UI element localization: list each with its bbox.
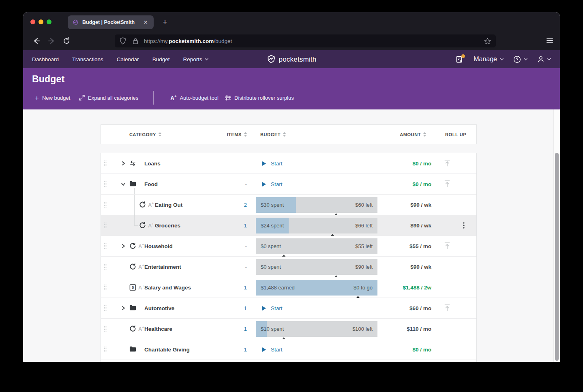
drag-handle-icon[interactable] [104, 305, 107, 311]
forward-arrow-icon[interactable] [47, 37, 56, 45]
nav-menu: Dashboard Transactions Calendar Budget R… [23, 56, 208, 62]
menu-hamburger-icon[interactable] [546, 37, 553, 44]
budget-left-label: $60 left [355, 197, 373, 213]
column-header-budget[interactable]: BUDGET [260, 125, 286, 144]
reload-icon[interactable] [62, 37, 71, 45]
new-tab-button[interactable]: + [160, 18, 170, 28]
drag-handle-icon[interactable] [104, 161, 107, 167]
help-menu[interactable] [513, 56, 527, 63]
budget-left-label: $90 left [355, 259, 373, 275]
kebab-menu-icon[interactable] [463, 222, 469, 229]
browser-tab[interactable]: Budget | PocketSmith ✕ [68, 15, 154, 29]
table-row[interactable]: $ Loans - Start $0 / mo [101, 153, 476, 174]
drag-handle-icon[interactable] [104, 223, 107, 229]
drag-handle-icon[interactable] [104, 285, 107, 291]
expand-chevron-icon[interactable] [121, 161, 126, 166]
budget-progress-bar[interactable]: $0 spent $55 left [256, 238, 377, 254]
budget-start-link[interactable]: Start [262, 347, 283, 353]
rollup-icon[interactable] [444, 304, 451, 312]
table-row[interactable]: $ A+ Entertainment - $0 spent $90 left $… [101, 257, 476, 277]
table-row[interactable]: $ Charitable Giving 1 Start $0 / mo [101, 339, 476, 360]
table-row[interactable]: $ A+ Salary and Wages 1 $1,488 earned $0… [101, 277, 476, 298]
category-name[interactable]: Automotive [144, 305, 174, 311]
category-name[interactable]: Loans [144, 161, 161, 167]
column-header-amount[interactable]: AMOUNT [381, 125, 426, 144]
table-row[interactable]: $ Food - Start $0 / mo [101, 174, 476, 195]
category-name[interactable]: Charitable Giving [144, 347, 190, 353]
budget-start-link[interactable]: Start [262, 305, 283, 311]
auto-budget-tool-button[interactable]: A+Auto-budget tool [170, 93, 219, 102]
table-row[interactable]: $ A+ Household - $0 spent $55 left $55 /… [101, 236, 476, 257]
category-name[interactable]: Healthcare [144, 326, 172, 332]
folder-icon [129, 181, 136, 187]
nav-item-reports[interactable]: Reports [183, 56, 208, 62]
sort-icon[interactable] [159, 132, 161, 137]
nav-item-budget[interactable]: Budget [152, 56, 170, 62]
bookmark-star-icon[interactable] [484, 38, 491, 45]
items-count: - [223, 243, 247, 249]
budget-progress-bar[interactable]: $24 spent $66 left [256, 218, 377, 233]
back-arrow-icon[interactable] [32, 37, 41, 45]
drag-handle-icon[interactable] [104, 181, 107, 187]
nav-item-dashboard[interactable]: Dashboard [32, 56, 59, 62]
category-name[interactable]: Household [144, 243, 173, 249]
items-count: 1 [223, 223, 247, 229]
budget-progress-bar[interactable]: $1,488 earned $0 to go [256, 280, 377, 296]
window-minimize-button[interactable] [39, 19, 43, 24]
drag-handle-icon[interactable] [104, 326, 107, 332]
category-name[interactable]: Salary and Wages [144, 285, 191, 291]
drag-handle-icon[interactable] [104, 264, 107, 270]
budget-progress-bar[interactable]: $0 spent $90 left [256, 259, 377, 275]
budget-spent-label: $1,488 earned [261, 280, 295, 296]
expand-all-categories-button[interactable]: Expand all categories [79, 93, 138, 102]
column-header-category[interactable]: CATEGORY [129, 125, 161, 144]
budget-progress-bar[interactable]: $30 spent $60 left [256, 197, 377, 213]
url-text[interactable]: https://my.pocketsmith.com/budget [144, 38, 484, 44]
tab-close-icon[interactable]: ✕ [141, 19, 150, 26]
user-menu[interactable] [537, 56, 551, 63]
sort-icon[interactable] [283, 132, 286, 137]
window-zoom-button[interactable] [47, 19, 51, 24]
table-row[interactable]: $ Automotive 1 Start $60 / mo [101, 298, 476, 319]
table-row[interactable]: $ A+ Eating Out 2 $30 spent $60 left $90… [101, 195, 476, 215]
nav-item-calendar[interactable]: Calendar [117, 56, 139, 62]
lock-icon[interactable] [133, 38, 138, 44]
nav-right-cluster: Manage [456, 56, 551, 63]
table-row[interactable]: $ A+ Groceries 1 $24 spent $66 left $90 … [101, 215, 476, 236]
budget-start-link[interactable]: Start [262, 181, 283, 187]
rollup-icon[interactable] [444, 242, 451, 250]
category-icon: $ [139, 201, 146, 208]
scrollbar-thumb[interactable] [555, 153, 559, 361]
table-row[interactable]: $ A+ Healthcare 1 $10 spent $100 left $1… [101, 319, 476, 339]
page-scrollbar[interactable] [553, 109, 560, 362]
expand-chevron-icon[interactable] [121, 244, 126, 248]
pocketsmith-logo[interactable]: pocketsmith [267, 55, 317, 64]
manage-menu[interactable]: Manage [474, 56, 504, 63]
budget-progress-bar[interactable]: $10 spent $100 left [256, 321, 377, 337]
window-close-button[interactable] [30, 19, 35, 24]
new-budget-button[interactable]: +New budget [35, 93, 70, 102]
category-name[interactable]: Eating Out [155, 202, 182, 208]
category-icon: $ [129, 326, 136, 332]
rollup-icon[interactable] [444, 180, 451, 188]
drag-handle-icon[interactable] [104, 243, 107, 249]
drag-handle-icon[interactable] [104, 202, 107, 208]
amount-value: $55 / mo [381, 243, 431, 249]
expand-chevron-icon[interactable] [121, 306, 126, 311]
drag-handle-icon[interactable] [104, 347, 107, 353]
sort-icon[interactable] [244, 132, 247, 137]
category-name[interactable]: Food [144, 181, 158, 187]
nav-item-transactions[interactable]: Transactions [72, 56, 103, 62]
budget-start-link[interactable]: Start [262, 161, 283, 167]
news-feed-icon[interactable] [456, 56, 464, 63]
category-name[interactable]: Entertainment [144, 264, 181, 270]
url-bar[interactable]: https://my.pocketsmith.com/budget [115, 34, 496, 47]
rollup-icon[interactable] [444, 159, 451, 167]
expand-chevron-icon[interactable] [121, 182, 126, 186]
tracking-shield-icon[interactable] [120, 37, 126, 45]
column-header-items[interactable]: ITEMS [218, 125, 247, 144]
sort-icon[interactable] [423, 132, 426, 137]
category-name[interactable]: Groceries [155, 223, 180, 229]
distribute-rollover-surplus-button[interactable]: Distribute rollover surplus [225, 93, 294, 102]
browser-tab-bar: Budget | PocketSmith ✕ + [23, 12, 560, 32]
